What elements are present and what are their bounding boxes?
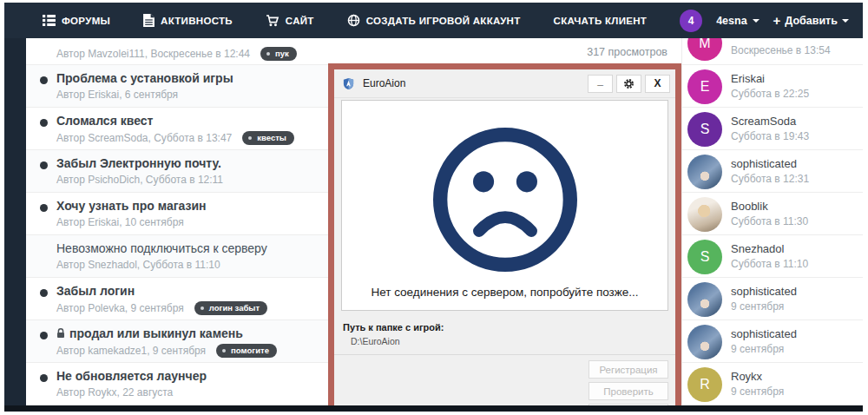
topic-title-text: Не обновляется лаунчер [56, 369, 207, 383]
nav-right-cluster: 4 4esna + Добавить [680, 10, 863, 32]
user-name-link[interactable]: Roykx [731, 370, 856, 383]
list-icon [43, 15, 56, 26]
nav-item-label: СКАЧАТЬ КЛИЕНТ [554, 16, 648, 26]
user-name-link[interactable]: ScreamSoda [731, 115, 856, 128]
unread-dot-icon[interactable] [40, 289, 48, 297]
topic-author-text: Автор Polevka, 9 сентября [56, 302, 184, 314]
avatar[interactable]: R [687, 367, 722, 402]
list-item: MВоскресенье в 13:54 [682, 38, 863, 65]
nav-menu: ФОРУМЫАКТИВНОСТЬСАЙТСОЗДАТЬ ИГРОВОЙ АККА… [4, 14, 680, 27]
unread-dot-icon[interactable] [40, 76, 48, 84]
nav-item-label: САЙТ [286, 16, 314, 26]
user-activity-time: Суббота в 12:31 [731, 173, 856, 185]
launcher-title: EuroAion [363, 77, 405, 89]
topic-title-text: Забыл логин [56, 284, 135, 298]
topic-author-text: Автор Snezhadol, Суббота в 11:10 [56, 259, 220, 271]
check-button[interactable]: Проверить [589, 382, 668, 400]
cart-icon [266, 15, 279, 27]
notification-count-badge[interactable]: 4 [680, 10, 702, 32]
registration-button[interactable]: Регистрация [589, 360, 668, 379]
globe-icon [347, 14, 360, 27]
list-item: sophisticatedСуббота в 12:31 [682, 150, 863, 193]
unread-dot-icon[interactable] [40, 332, 48, 339]
list-item: SScreamSodaСуббота в 19:43 [682, 108, 863, 150]
nav-item[interactable]: СОЗДАТЬ ИГРОВОЙ АККАУНТ [347, 14, 521, 27]
recent-users-sidebar: MВоскресенье в 13:54EEriskaiСуббота в 22… [681, 38, 863, 405]
avatar[interactable]: S [687, 112, 722, 147]
user-activity-time: Воскресенье в 13:54 [731, 44, 856, 56]
topic-author-text: Автор Mavzolei111, Воскресенье в 12:44 [56, 48, 250, 60]
avatar[interactable]: S [687, 240, 722, 274]
unread-dot-icon[interactable] [40, 204, 48, 212]
settings-gear-icon[interactable] [616, 75, 641, 93]
user-name-link[interactable]: sophisticated [731, 157, 856, 170]
nav-item-label: АКТИВНОСТЬ [161, 16, 233, 26]
game-path-value[interactable]: D:\EuroAion [351, 336, 675, 346]
nav-item-label: ФОРУМЫ [62, 16, 110, 26]
topic-title-text: продал или выкинул камень [69, 326, 243, 340]
nav-item[interactable]: АКТИВНОСТЬ [143, 14, 233, 27]
unread-dot-icon[interactable] [40, 161, 48, 169]
user-menu[interactable]: 4esna [716, 15, 759, 27]
user-activity-time: Суббота в 11:10 [731, 258, 856, 270]
user-activity-time: Суббота в 19:43 [731, 130, 856, 142]
user-name-link[interactable]: sophisticated [731, 285, 856, 298]
avatar[interactable] [687, 325, 722, 359]
user-activity-time: Суббота в 22:25 [731, 88, 856, 100]
avatar[interactable]: E [687, 69, 722, 104]
topic-author-text: Автор kamekadze1, 9 сентября [56, 345, 206, 357]
game-path-label: Путь к папке с игрой: [343, 322, 675, 333]
window-controls: _ X [588, 75, 670, 93]
topic-tag[interactable]: помогите [216, 344, 277, 358]
add-button[interactable]: + Добавить [773, 13, 849, 28]
topic-tag[interactable]: логин забыт [194, 301, 267, 315]
list-item: sophisticated9 сентября [682, 320, 863, 363]
user-activity-time: 9 сентября [731, 343, 856, 355]
user-activity-time: 9 сентября [731, 300, 856, 313]
user-name-link[interactable]: sophisticated [731, 327, 856, 340]
nav-item[interactable]: ФОРУМЫ [43, 15, 110, 26]
list-item: RRoykx9 сентября [682, 363, 863, 405]
avatar[interactable]: M [687, 38, 722, 61]
topic-author-text: Автор ScreamSoda, Суббота в 13:47 [56, 132, 232, 144]
avatar[interactable] [687, 282, 722, 317]
user-name-link[interactable]: Eriskai [731, 72, 856, 85]
launcher-titlebar[interactable]: EuroAion _ X [334, 69, 675, 98]
close-button[interactable]: X [645, 75, 670, 93]
user-activity-time: 9 сентября [731, 385, 856, 398]
user-activity-time: Суббота в 11:30 [731, 215, 856, 227]
top-navbar: ФОРУМЫАКТИВНОСТЬСАЙТСОЗДАТЬ ИГРОВОЙ АККА… [4, 3, 863, 38]
avatar[interactable] [687, 197, 722, 232]
launcher-window: EuroAion _ X Нет соединения с сервером, … [328, 63, 681, 412]
topic-tag[interactable]: пук [260, 47, 297, 61]
minimize-button[interactable]: _ [588, 75, 613, 93]
lock-icon [56, 328, 65, 339]
list-item: EEriskaiСуббота в 22:25 [682, 65, 863, 108]
user-name-link[interactable]: Booblik [731, 200, 856, 213]
bottom-edge-bar [4, 405, 863, 412]
topic-title-text: Невозможно подключиться к серверу [56, 241, 267, 255]
app-shield-icon [342, 77, 355, 90]
topic-author-text: Автор Eriskai, 10 сентября [56, 216, 184, 228]
list-item: sophisticated9 сентября [682, 278, 863, 320]
nav-item[interactable]: СКАЧАТЬ КЛИЕНТ [554, 16, 648, 26]
unread-dot-icon[interactable] [40, 119, 48, 127]
topic-views-count: 317 просмотров [587, 46, 667, 58]
status-panel: Нет соединения с сервером, попробуйте по… [341, 100, 668, 311]
topic-tag[interactable]: квесты [242, 131, 294, 145]
add-button-label: Добавить [785, 15, 838, 27]
user-name-link[interactable]: Snezhadol [731, 242, 856, 255]
list-item: SSnezhadolСуббота в 11:10 [682, 235, 863, 278]
plus-icon: + [773, 13, 781, 28]
avatar[interactable] [687, 155, 722, 189]
chevron-down-icon [753, 19, 760, 23]
list-item: BooblikСуббота в 11:30 [682, 193, 863, 235]
topic-title-text: Забыл Электронную почту. [56, 156, 221, 170]
topic-author-text: Автор PsichoDich, Суббота в 12:11 [56, 174, 223, 186]
connection-status-message: Нет соединения с сервером, попробуйте по… [342, 286, 667, 299]
nav-item[interactable]: САЙТ [266, 15, 314, 27]
topic-title-text: Сломался квест [56, 114, 153, 128]
unread-dot-icon[interactable] [40, 374, 48, 382]
chevron-down-icon [842, 19, 849, 23]
topic-author-text: Автор Eriskai, 6 сентября [56, 89, 178, 101]
